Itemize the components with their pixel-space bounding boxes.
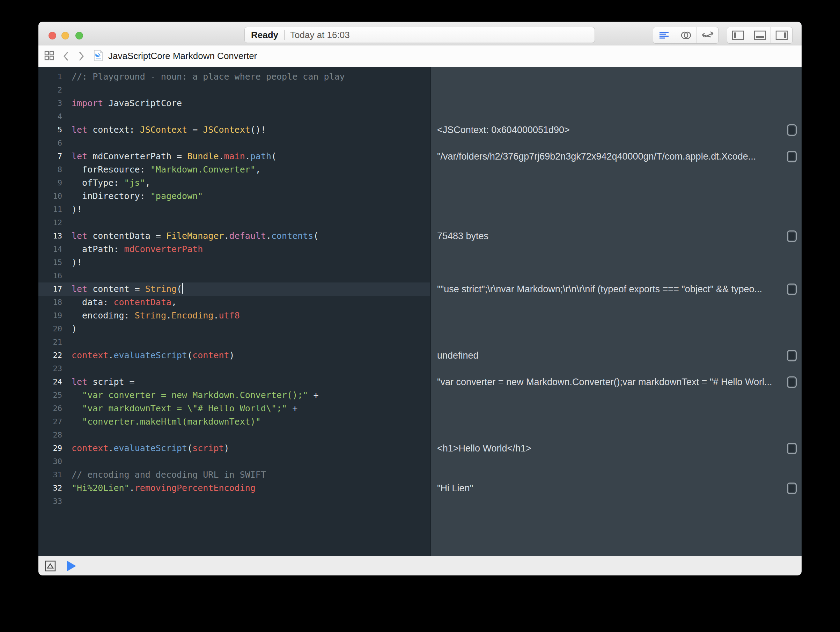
code-line[interactable]: 18 data: contentData, (38, 296, 430, 309)
line-number: 30 (38, 455, 62, 468)
result-text: 75483 bytes (437, 231, 780, 242)
code-line[interactable]: 19 encoding: String.Encoding.utf8 (38, 309, 430, 322)
code-line[interactable]: 33 (38, 495, 430, 508)
forward-button[interactable] (77, 51, 85, 62)
code-line[interactable]: 14 atPath: mdConverterPath (38, 243, 430, 256)
code-text: inDirectory: "pagedown" (71, 190, 203, 203)
line-number: 2 (38, 84, 62, 97)
code-line[interactable]: 5let context: JSContext = JSContext()! (38, 123, 430, 136)
inspector-panel-icon (775, 30, 788, 40)
code-line[interactable]: 31// encoding and decoding URL in SWIFT (38, 468, 430, 482)
status-text: Ready (251, 30, 278, 41)
line-number: 24 (38, 375, 62, 389)
minimize-button[interactable] (62, 32, 69, 40)
run-playground-button[interactable] (67, 561, 76, 571)
show-result-button[interactable] (787, 151, 797, 162)
code-line[interactable]: 12 (38, 216, 430, 229)
show-result-button[interactable] (787, 231, 797, 242)
inspector-panel-button[interactable] (771, 27, 792, 43)
code-line[interactable]: 32"Hi%20Lien".removingPercentEncoding (38, 482, 430, 495)
line-number: 27 (38, 415, 62, 428)
code-text: let context: JSContext = JSContext()! (71, 123, 266, 136)
code-line[interactable]: 11)! (38, 203, 430, 216)
code-line[interactable]: 6 (38, 136, 430, 150)
code-line[interactable]: 2 (38, 84, 430, 97)
line-number: 5 (38, 123, 62, 136)
related-items-button[interactable] (44, 50, 54, 62)
result-text: undefined (437, 350, 780, 361)
debug-area-toggle-button[interactable] (45, 561, 56, 572)
assistant-editor-icon (680, 31, 692, 40)
zoom-button[interactable] (76, 32, 83, 40)
line-number: 25 (38, 389, 62, 402)
code-line[interactable]: 13let contentData = FileManager.default.… (38, 229, 430, 243)
code-line[interactable]: 29context.evaluateScript(script) (38, 442, 430, 455)
show-result-button[interactable] (787, 124, 797, 136)
code-line[interactable]: 10 inDirectory: "pagedown" (38, 190, 430, 203)
jumpbar-title[interactable]: JavaScriptCore Markdown Converter (108, 51, 257, 62)
code-line[interactable]: 27 "converter.makeHtml(markdownText)" (38, 415, 430, 428)
show-result-button[interactable] (787, 376, 797, 388)
show-result-button[interactable] (787, 483, 797, 494)
result-text: <JSContext: 0x604000051d90> (437, 125, 780, 136)
line-number: 32 (38, 482, 62, 495)
activity-viewer: Ready Today at 16:03 (245, 27, 595, 43)
line-number: 8 (38, 163, 62, 176)
result-row: "var converter = new Markdown.Converter(… (431, 375, 802, 389)
show-result-button[interactable] (787, 443, 797, 454)
debug-area-panel-icon (754, 30, 766, 40)
line-number: 4 (38, 110, 62, 123)
code-text: "var converter = new Markdown.Converter(… (71, 389, 318, 402)
show-result-button[interactable] (787, 350, 797, 362)
standard-editor-button[interactable] (653, 27, 675, 43)
playground-file[interactable] (93, 50, 103, 63)
status-divider (284, 30, 284, 40)
code-line[interactable]: 23 (38, 362, 430, 375)
toolbar (653, 27, 793, 44)
playground-bottom-bar (38, 556, 802, 575)
title-bar: Ready Today at 16:03 (38, 22, 802, 46)
code-line[interactable]: 3import JavaScriptCore (38, 97, 430, 110)
code-text: )! (71, 203, 82, 216)
code-line[interactable]: 20) (38, 322, 430, 335)
result-row: undefined (431, 349, 802, 362)
code-line[interactable]: 22context.evaluateScript(content) (38, 349, 430, 362)
code-text: atPath: mdConverterPath (71, 243, 203, 256)
assistant-editor-button[interactable] (675, 27, 696, 43)
code-line[interactable]: 28 (38, 428, 430, 442)
code-line[interactable]: 24let script = (38, 375, 430, 389)
xcode-playground-window: Ready Today at 16:03 (38, 22, 802, 575)
code-line[interactable]: 16 (38, 269, 430, 283)
close-button[interactable] (49, 32, 56, 40)
version-editor-button[interactable] (696, 27, 718, 43)
code-line[interactable]: 26 "var markdownText = \"# Hello World\"… (38, 402, 430, 415)
code-line[interactable]: 1//: Playground - noun: a place where pe… (38, 70, 430, 84)
code-line[interactable]: 15)! (38, 256, 430, 269)
code-text: encoding: String.Encoding.utf8 (71, 309, 240, 322)
show-result-button[interactable] (787, 284, 797, 295)
code-line[interactable]: 7let mdConverterPath = Bundle.main.path( (38, 150, 430, 163)
code-line[interactable]: 21 (38, 335, 430, 349)
code-line[interactable]: 9 ofType: "js", (38, 176, 430, 190)
code-pane[interactable]: 1//: Playground - noun: a place where pe… (38, 67, 430, 556)
code-line[interactable]: 25 "var converter = new Markdown.Convert… (38, 389, 430, 402)
line-number: 33 (38, 495, 62, 508)
code-line[interactable]: 8 forResource: "Markdown.Converter", (38, 163, 430, 176)
code-text: "Hi%20Lien".removingPercentEncoding (71, 482, 256, 495)
code-text: "converter.makeHtml(markdownText)" (71, 415, 261, 428)
line-number: 17 (38, 283, 62, 296)
editor-mode-group (653, 27, 718, 44)
code-text: )! (71, 256, 82, 269)
navigator-panel-button[interactable] (727, 27, 749, 43)
code-line[interactable]: 30 (38, 455, 430, 468)
debug-area-panel-button[interactable] (749, 27, 771, 43)
code-line[interactable]: 4 (38, 110, 430, 123)
result-row: "/var/folders/h2/376gp7rj69b2n3gk72x942q… (431, 150, 802, 163)
jump-bar: JavaScriptCore Markdown Converter (38, 46, 802, 67)
code-line[interactable]: 17let content = String( (38, 283, 430, 296)
code-text: // encoding and decoding URL in SWIFT (71, 468, 266, 482)
code-text: let mdConverterPath = Bundle.main.path( (71, 150, 276, 163)
line-number: 3 (38, 97, 62, 110)
back-button[interactable] (62, 51, 70, 62)
result-text: "var converter = new Markdown.Converter(… (437, 377, 780, 387)
